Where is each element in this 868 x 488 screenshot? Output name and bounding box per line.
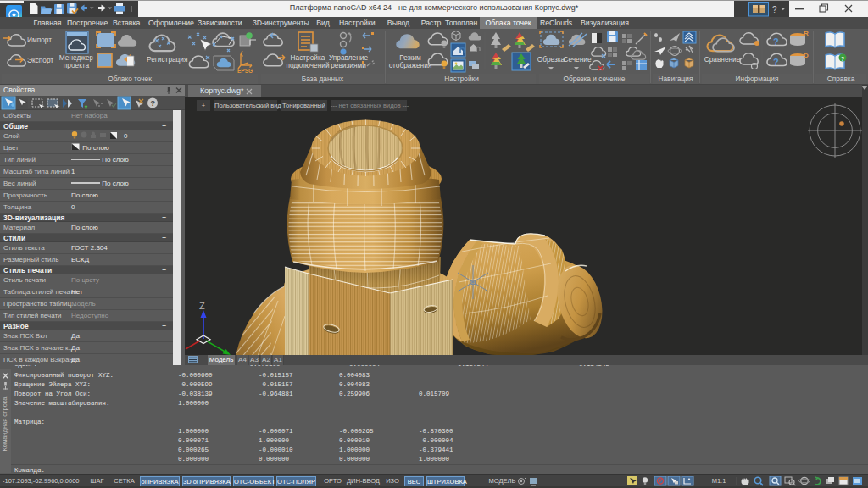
svg-text:?: ? xyxy=(772,5,777,14)
svg-text:D: D xyxy=(804,52,809,59)
svg-text:?: ? xyxy=(773,36,779,47)
svg-text:?: ? xyxy=(151,99,156,108)
svg-text:?: ? xyxy=(773,57,779,67)
svg-text:EPSG: EPSG xyxy=(237,68,253,74)
svg-text:Z: Z xyxy=(199,301,205,311)
svg-text:?: ? xyxy=(841,56,844,62)
svg-text:R: R xyxy=(804,30,809,37)
